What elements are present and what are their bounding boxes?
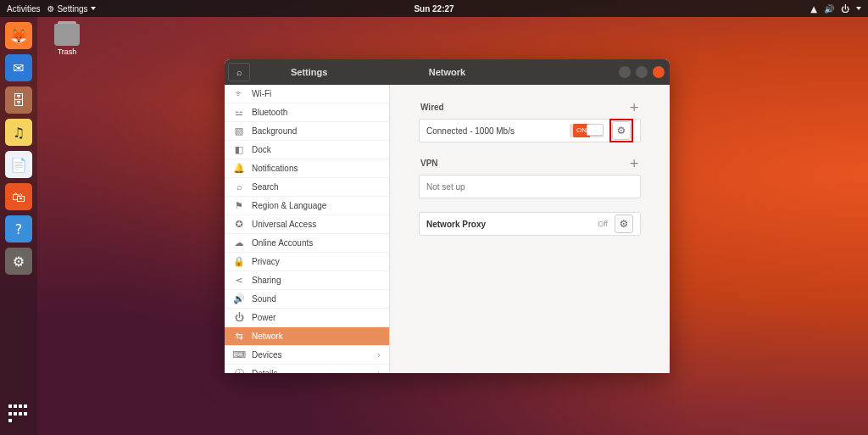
sidebar-item-wifi-icon: ᯤ: [233, 88, 245, 99]
toggle-knob: [587, 124, 604, 136]
window-titlebar[interactable]: ⌕ Settings Network: [225, 59, 670, 85]
sidebar-item-label: Details: [252, 369, 278, 373]
rhythmbox-icon[interactable]: ♫: [5, 119, 32, 146]
wired-title: Wired: [420, 103, 444, 112]
sidebar-item-privacy[interactable]: 🔒Privacy: [225, 253, 389, 271]
highlight-annotation: ⚙: [609, 119, 633, 142]
sidebar-item-region[interactable]: ⚑Region & Language: [225, 197, 389, 215]
software-icon[interactable]: 🛍: [5, 183, 32, 210]
sidebar-item-label: Region & Language: [252, 201, 326, 210]
sidebar-item-search-icon: ⌕: [233, 181, 245, 192]
sidebar-item-label: Privacy: [252, 257, 280, 266]
titlebar-center-title: Network: [429, 67, 465, 77]
sidebar-item-label: Power: [252, 313, 275, 322]
sidebar-item-label: Wi-Fi: [252, 89, 271, 98]
sidebar-item-bluetooth[interactable]: ⚍Bluetooth: [225, 103, 389, 122]
vpn-row: Not set up: [419, 175, 641, 198]
sidebar-item-universal[interactable]: ✪Universal Access: [225, 215, 389, 234]
gear-icon: ⚙: [617, 125, 626, 137]
system-status-area[interactable]: ▲ 🔊 ⏻: [810, 4, 861, 14]
power-icon: ⏻: [841, 4, 849, 14]
files-icon[interactable]: 🗄: [5, 86, 32, 114]
dock: 🦊 ✉ 🗄 ♫ 📄 🛍 ? ⚙: [0, 17, 37, 435]
sidebar-item-devices-icon: ⌨: [233, 349, 245, 360]
vpn-status: Not set up: [426, 182, 633, 192]
sidebar-item-region-icon: ⚑: [233, 200, 245, 211]
sidebar-item-label: Network: [252, 332, 283, 341]
vpn-add-button[interactable]: +: [629, 156, 639, 170]
vpn-title: VPN: [420, 159, 438, 168]
settings-sidebar: ᯤWi-Fi⚍Bluetooth▧Background◧Dock🔔Notific…: [225, 85, 390, 373]
vpn-section: VPN + Not set up: [419, 156, 641, 198]
top-panel: Activities ⚙ Settings Sun 22:27 ▲ 🔊 ⏻: [0, 0, 868, 17]
proxy-settings-button[interactable]: ⚙: [615, 215, 633, 233]
settings-content: Wired + Connected - 1000 Mb/s ON ⚙: [390, 85, 670, 373]
sidebar-item-details[interactable]: ⓘDetails›: [225, 365, 389, 373]
sidebar-item-label: Online Accounts: [252, 238, 313, 248]
sidebar-item-power[interactable]: ⏻Power: [225, 309, 389, 327]
sidebar-item-background[interactable]: ▧Background: [225, 122, 389, 141]
proxy-section: Network Proxy Off ⚙: [419, 212, 641, 236]
chevron-right-icon: ›: [377, 369, 381, 373]
wired-connection-row: Connected - 1000 Mb/s ON ⚙: [419, 119, 641, 142]
sidebar-item-bluetooth-icon: ⚍: [233, 107, 245, 118]
sidebar-item-label: Dock: [252, 145, 271, 154]
sidebar-item-dock[interactable]: ◧Dock: [225, 141, 389, 159]
app-menu[interactable]: ⚙ Settings: [47, 4, 95, 14]
sidebar-item-privacy-icon: 🔒: [233, 256, 245, 267]
network-status-icon: ▲: [810, 4, 817, 14]
search-icon: ⌕: [236, 67, 242, 78]
trash-label: Trash: [58, 47, 77, 56]
sidebar-item-label: Notifications: [252, 164, 298, 173]
sidebar-item-details-icon: ⓘ: [233, 367, 245, 373]
wired-add-button[interactable]: +: [629, 100, 639, 114]
show-applications-button[interactable]: [7, 403, 31, 427]
sidebar-item-network-icon: ⇆: [233, 331, 245, 342]
close-button[interactable]: [653, 66, 665, 78]
firefox-icon[interactable]: 🦊: [5, 22, 32, 49]
wired-section: Wired + Connected - 1000 Mb/s ON ⚙: [419, 100, 641, 142]
libreoffice-icon[interactable]: 📄: [5, 151, 32, 178]
wired-settings-button[interactable]: ⚙: [612, 121, 631, 140]
caret-down-icon: [91, 7, 96, 10]
titlebar-left-title: Settings: [291, 67, 327, 77]
sidebar-item-label: Bluetooth: [252, 108, 287, 117]
thunderbird-icon[interactable]: ✉: [5, 54, 32, 81]
proxy-row[interactable]: Network Proxy Off ⚙: [419, 212, 641, 236]
desktop-trash[interactable]: Trash: [47, 24, 86, 56]
clock[interactable]: Sun 22:27: [414, 4, 453, 14]
activities-button[interactable]: Activities: [7, 4, 40, 14]
settings-window: ⌕ Settings Network ᯤWi-Fi⚍Bluetooth▧Back…: [225, 59, 670, 373]
sidebar-item-label: Devices: [252, 350, 282, 360]
search-button[interactable]: ⌕: [228, 63, 250, 81]
caret-down-icon: [856, 7, 861, 10]
sidebar-item-wifi[interactable]: ᯤWi-Fi: [225, 85, 389, 103]
help-icon[interactable]: ?: [5, 215, 32, 243]
sidebar-item-devices[interactable]: ⌨Devices›: [225, 346, 389, 365]
volume-icon: 🔊: [824, 4, 834, 14]
sidebar-item-dock-icon: ◧: [233, 144, 245, 155]
sidebar-item-online[interactable]: ☁Online Accounts: [225, 234, 389, 253]
minimize-button[interactable]: [619, 66, 631, 78]
sidebar-item-sharing-icon: <: [233, 275, 245, 286]
app-menu-label: Settings: [57, 4, 87, 14]
wired-status: Connected - 1000 Mb/s: [426, 126, 563, 136]
sidebar-item-network[interactable]: ⇆Network: [225, 327, 389, 346]
sidebar-item-search[interactable]: ⌕Search: [225, 178, 389, 197]
gear-icon: ⚙: [620, 218, 629, 230]
sidebar-item-label: Search: [252, 182, 279, 192]
sidebar-item-online-icon: ☁: [233, 237, 245, 248]
sidebar-item-sharing[interactable]: <Sharing: [225, 271, 389, 290]
settings-icon[interactable]: ⚙: [5, 248, 32, 275]
maximize-button[interactable]: [636, 66, 648, 78]
wired-toggle[interactable]: ON: [570, 124, 604, 137]
sidebar-item-notifications[interactable]: 🔔Notifications: [225, 159, 389, 178]
sidebar-item-label: Sound: [252, 294, 276, 304]
sidebar-item-power-icon: ⏻: [233, 312, 245, 323]
sidebar-item-notifications-icon: 🔔: [233, 163, 245, 174]
chevron-right-icon: ›: [377, 350, 381, 360]
proxy-status: Off: [598, 220, 608, 228]
gear-icon: ⚙: [47, 4, 54, 14]
sidebar-item-label: Sharing: [252, 276, 281, 285]
sidebar-item-sound[interactable]: 🔊Sound: [225, 290, 389, 309]
